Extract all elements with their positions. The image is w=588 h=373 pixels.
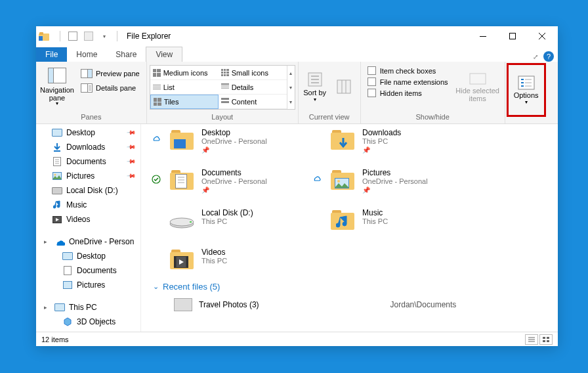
dropdown-icon: ▾	[56, 100, 58, 106]
svg-point-32	[54, 174, 56, 176]
svg-rect-45	[190, 221, 192, 223]
window-controls	[468, 26, 556, 46]
minimize-button[interactable]	[468, 26, 497, 46]
pin-icon: 📌	[127, 128, 136, 138]
small-icons-option[interactable]: Small icons	[219, 66, 287, 80]
nav-localdisk[interactable]: Local Disk (D:)	[36, 183, 140, 198]
pin-icon: 📌	[127, 171, 136, 181]
gallery-up-icon[interactable]: ▴	[287, 66, 295, 80]
close-button[interactable]	[527, 26, 556, 46]
svg-point-42	[337, 180, 340, 183]
view-tab[interactable]: View	[146, 47, 182, 62]
details-pane-label: Details pane	[96, 84, 136, 92]
layout-group-label: Layout	[150, 112, 295, 122]
group-by-button[interactable]	[330, 63, 358, 110]
nav-od-pictures[interactable]: Pictures	[36, 278, 140, 292]
details-pane-button[interactable]: Details pane	[77, 81, 144, 95]
nav-videos[interactable]: Videos	[36, 212, 140, 227]
nav-music[interactable]: Music	[36, 198, 140, 212]
navigation-pane: Desktop📌 Downloads📌 Documents📌 Pictures📌…	[36, 124, 141, 332]
thumbnail-icon	[174, 298, 192, 311]
home-tab[interactable]: Home	[67, 47, 106, 62]
tile-music[interactable]: MusicThis PC	[308, 204, 456, 236]
qat-properties[interactable]	[66, 29, 80, 43]
recent-files-header[interactable]: ⌄ Recent files (5)	[148, 275, 558, 296]
pin-icon: 📌	[201, 146, 267, 154]
hidden-items-checkbox[interactable]: Hidden items	[368, 89, 448, 97]
item-count: 12 items	[41, 336, 69, 343]
help-icon[interactable]: ?	[543, 51, 554, 62]
tile-desktop[interactable]: DesktopOneDrive - Personal📌	[148, 124, 295, 156]
details-option[interactable]: Details	[219, 80, 287, 95]
svg-rect-55	[547, 340, 549, 342]
checkbox-icon	[368, 89, 376, 97]
nav-thispc[interactable]: ▸This PC	[36, 300, 140, 315]
chevron-icon: ▸	[44, 238, 51, 245]
main-content: DesktopOneDrive - Personal📌 DownloadsThi…	[141, 124, 558, 332]
qat-dropdown[interactable]: ▾	[97, 29, 112, 43]
gallery-down-icon[interactable]: ▾	[287, 80, 295, 95]
separator	[60, 31, 60, 41]
options-group: Options ▾	[505, 62, 547, 123]
hide-selected-button[interactable]: Hide selected items	[453, 63, 502, 110]
checkbox-icon	[368, 66, 376, 75]
pin-icon: 📌	[201, 186, 267, 194]
tile-downloads[interactable]: DownloadsThis PC📌	[308, 124, 456, 156]
options-button[interactable]: Options ▾	[510, 66, 543, 114]
svg-rect-15	[337, 80, 350, 93]
details-pane-icon	[81, 83, 93, 93]
tile-videos[interactable]: VideosThis PC	[148, 244, 295, 275]
svg-rect-34	[64, 267, 72, 275]
layout-gallery: Medium icons Small icons ▴ List Details …	[150, 65, 295, 110]
drive-icon	[167, 207, 196, 233]
documents-icon	[52, 156, 62, 167]
gallery-more-icon[interactable]: ▾	[287, 95, 295, 109]
folder-icon	[328, 167, 357, 193]
nav-3dobjects[interactable]: 3D Objects	[36, 315, 140, 329]
pin-icon: 📌	[362, 186, 428, 194]
tile-localdisk[interactable]: Local Disk (D:)This PC	[148, 204, 295, 236]
recent-item[interactable]: Travel Photos (3) Jordan\Documents	[148, 296, 558, 314]
nav-od-documents[interactable]: Documents	[36, 263, 140, 278]
sort-by-button[interactable]: Sort by ▾	[301, 63, 329, 110]
preview-pane-icon	[81, 69, 93, 78]
item-check-boxes-checkbox[interactable]: Item check boxes	[368, 66, 448, 75]
nav-downloads[interactable]: Downloads📌	[36, 140, 140, 154]
navigation-pane-button[interactable]: Navigation pane ▾	[39, 63, 75, 110]
file-name-extensions-checkbox[interactable]: File name extensions	[368, 77, 448, 86]
tiles-option[interactable]: Tiles	[150, 95, 219, 109]
maximize-button[interactable]	[497, 26, 527, 46]
svg-rect-48	[186, 257, 188, 268]
svg-rect-47	[175, 257, 177, 268]
svg-rect-1	[509, 33, 515, 39]
medium-icons-option[interactable]: Medium icons	[150, 66, 219, 80]
nav-documents[interactable]: Documents📌	[36, 154, 140, 169]
details-view-button[interactable]	[525, 334, 538, 345]
content-option[interactable]: Content	[219, 95, 287, 109]
options-label: Options	[514, 91, 539, 99]
nav-onedrive[interactable]: ▸OneDrive - Person	[36, 234, 140, 249]
preview-pane-button[interactable]: Preview pane	[77, 67, 144, 80]
qat-new-folder[interactable]	[81, 29, 96, 43]
svg-rect-37	[176, 175, 187, 188]
svg-rect-54	[543, 340, 545, 342]
layout-group: Medium icons Small icons ▴ List Details …	[147, 62, 299, 123]
share-tab[interactable]: Share	[106, 47, 146, 62]
file-tab[interactable]: File	[36, 47, 67, 62]
nav-desktop[interactable]: Desktop📌	[36, 125, 140, 140]
large-icons-view-button[interactable]	[539, 334, 553, 345]
sort-icon	[307, 72, 323, 87]
tile-documents[interactable]: DocumentsOneDrive - Personal📌	[148, 164, 295, 196]
navigation-pane-icon	[48, 68, 66, 83]
expand-ribbon-icon[interactable]: ⤢	[533, 53, 538, 60]
hide-selected-icon	[469, 71, 487, 85]
folder-icon	[167, 167, 196, 193]
drive-icon	[52, 185, 62, 196]
help-area: ⤢ ?	[533, 51, 558, 62]
list-option[interactable]: List	[150, 80, 219, 95]
ribbon-tabs: File Home Share View ⤢ ?	[36, 46, 558, 62]
tile-pictures[interactable]: PicturesOneDrive - Personal📌	[308, 164, 456, 196]
nav-od-desktop[interactable]: Desktop	[36, 249, 140, 263]
statusbar: 12 items	[36, 332, 558, 346]
nav-pictures[interactable]: Pictures📌	[36, 169, 140, 183]
